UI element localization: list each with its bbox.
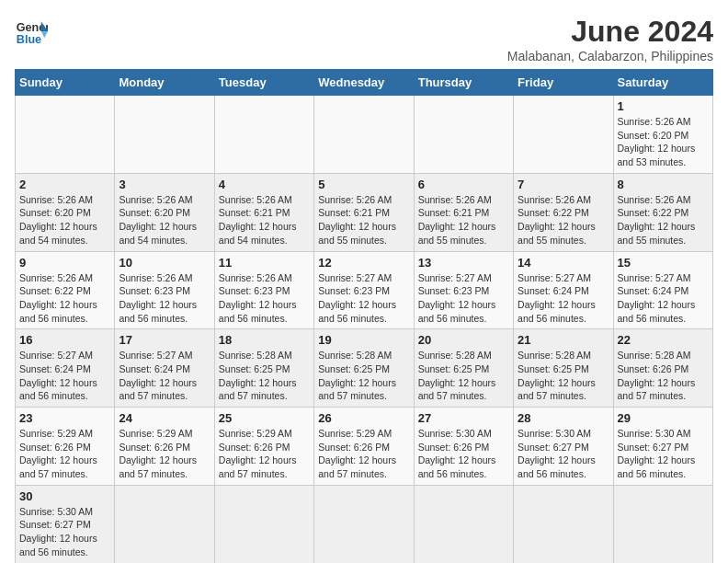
day-number: 10	[119, 256, 210, 270]
calendar-day-cell: 29Sunrise: 5:30 AM Sunset: 6:27 PM Dayli…	[613, 408, 712, 486]
calendar-day-cell: 5Sunrise: 5:26 AM Sunset: 6:21 PM Daylig…	[314, 173, 414, 251]
day-info: Sunrise: 5:27 AM Sunset: 6:24 PM Dayligh…	[119, 349, 210, 403]
calendar-header-row: Sunday Monday Tuesday Wednesday Thursday…	[16, 70, 713, 96]
day-info: Sunrise: 5:30 AM Sunset: 6:27 PM Dayligh…	[19, 505, 110, 559]
header-tuesday: Tuesday	[214, 70, 313, 96]
header-friday: Friday	[514, 70, 613, 96]
calendar-day-cell: 22Sunrise: 5:28 AM Sunset: 6:26 PM Dayli…	[613, 329, 712, 408]
day-info: Sunrise: 5:30 AM Sunset: 6:27 PM Dayligh…	[618, 427, 709, 481]
svg-text:Blue: Blue	[17, 33, 41, 46]
day-number: 5	[318, 178, 409, 191]
calendar-day-cell: 4Sunrise: 5:26 AM Sunset: 6:21 PM Daylig…	[214, 173, 313, 251]
day-number: 6	[418, 178, 509, 191]
logo: General Blue	[15, 15, 48, 48]
day-number: 26	[318, 411, 409, 425]
day-info: Sunrise: 5:30 AM Sunset: 6:27 PM Dayligh…	[518, 427, 609, 481]
calendar-day-cell: 19Sunrise: 5:28 AM Sunset: 6:25 PM Dayli…	[314, 329, 414, 408]
calendar-week-row: 16Sunrise: 5:27 AM Sunset: 6:24 PM Dayli…	[16, 329, 713, 408]
day-info: Sunrise: 5:29 AM Sunset: 6:26 PM Dayligh…	[318, 427, 409, 481]
calendar-day-cell: 15Sunrise: 5:27 AM Sunset: 6:24 PM Dayli…	[613, 251, 712, 329]
calendar-day-cell: 25Sunrise: 5:29 AM Sunset: 6:26 PM Dayli…	[214, 408, 313, 486]
day-number: 25	[219, 411, 310, 425]
day-info: Sunrise: 5:29 AM Sunset: 6:26 PM Dayligh…	[19, 427, 110, 481]
calendar-day-cell: 8Sunrise: 5:26 AM Sunset: 6:22 PM Daylig…	[613, 173, 712, 251]
day-info: Sunrise: 5:26 AM Sunset: 6:20 PM Dayligh…	[19, 193, 110, 247]
calendar-day-cell: 16Sunrise: 5:27 AM Sunset: 6:24 PM Dayli…	[16, 329, 115, 408]
day-number: 30	[19, 489, 110, 503]
calendar-day-cell: 13Sunrise: 5:27 AM Sunset: 6:23 PM Dayli…	[414, 251, 513, 329]
calendar-day-cell: 24Sunrise: 5:29 AM Sunset: 6:26 PM Dayli…	[115, 408, 214, 486]
day-number: 15	[618, 256, 709, 270]
calendar-day-cell: 23Sunrise: 5:29 AM Sunset: 6:26 PM Dayli…	[16, 408, 115, 486]
header-thursday: Thursday	[414, 70, 513, 96]
day-info: Sunrise: 5:29 AM Sunset: 6:26 PM Dayligh…	[219, 427, 310, 481]
calendar-day-cell	[414, 485, 513, 563]
calendar-day-cell	[214, 96, 313, 174]
calendar-day-cell: 20Sunrise: 5:28 AM Sunset: 6:25 PM Dayli…	[414, 329, 513, 408]
day-info: Sunrise: 5:26 AM Sunset: 6:22 PM Dayligh…	[618, 193, 709, 247]
calendar-day-cell: 28Sunrise: 5:30 AM Sunset: 6:27 PM Dayli…	[514, 408, 613, 486]
calendar-day-cell: 30Sunrise: 5:30 AM Sunset: 6:27 PM Dayli…	[16, 485, 115, 563]
calendar-day-cell: 10Sunrise: 5:26 AM Sunset: 6:23 PM Dayli…	[115, 251, 214, 329]
calendar-day-cell	[16, 96, 115, 174]
calendar-week-row: 30Sunrise: 5:30 AM Sunset: 6:27 PM Dayli…	[16, 485, 713, 563]
day-info: Sunrise: 5:26 AM Sunset: 6:20 PM Dayligh…	[119, 193, 210, 247]
day-number: 29	[618, 411, 709, 425]
calendar-day-cell	[514, 485, 613, 563]
calendar-day-cell: 7Sunrise: 5:26 AM Sunset: 6:22 PM Daylig…	[514, 173, 613, 251]
day-number: 11	[219, 256, 310, 270]
day-number: 8	[618, 178, 709, 191]
day-number: 20	[418, 333, 509, 347]
day-number: 14	[518, 256, 609, 270]
calendar-day-cell	[613, 485, 712, 563]
day-info: Sunrise: 5:28 AM Sunset: 6:25 PM Dayligh…	[219, 349, 310, 403]
day-info: Sunrise: 5:26 AM Sunset: 6:22 PM Dayligh…	[19, 271, 110, 326]
day-info: Sunrise: 5:27 AM Sunset: 6:23 PM Dayligh…	[318, 271, 409, 326]
day-info: Sunrise: 5:26 AM Sunset: 6:21 PM Dayligh…	[219, 193, 310, 247]
calendar-day-cell	[115, 485, 214, 563]
calendar-day-cell: 21Sunrise: 5:28 AM Sunset: 6:25 PM Dayli…	[514, 329, 613, 408]
calendar-day-cell: 3Sunrise: 5:26 AM Sunset: 6:20 PM Daylig…	[115, 173, 214, 251]
day-number: 24	[119, 411, 210, 425]
calendar-day-cell: 18Sunrise: 5:28 AM Sunset: 6:25 PM Dayli…	[214, 329, 313, 408]
calendar-week-row: 23Sunrise: 5:29 AM Sunset: 6:26 PM Dayli…	[16, 408, 713, 486]
day-number: 9	[19, 256, 110, 270]
day-info: Sunrise: 5:28 AM Sunset: 6:25 PM Dayligh…	[518, 349, 609, 403]
day-info: Sunrise: 5:26 AM Sunset: 6:21 PM Dayligh…	[318, 193, 409, 247]
calendar-day-cell: 9Sunrise: 5:26 AM Sunset: 6:22 PM Daylig…	[16, 251, 115, 329]
day-number: 7	[518, 178, 609, 191]
calendar-day-cell: 11Sunrise: 5:26 AM Sunset: 6:23 PM Dayli…	[214, 251, 313, 329]
calendar-day-cell: 12Sunrise: 5:27 AM Sunset: 6:23 PM Dayli…	[314, 251, 414, 329]
location-subtitle: Malabanan, Calabarzon, Philippines	[507, 49, 713, 63]
day-number: 13	[418, 256, 509, 270]
calendar-table: Sunday Monday Tuesday Wednesday Thursday…	[15, 69, 713, 563]
calendar-day-cell	[314, 485, 414, 563]
calendar-day-cell	[414, 96, 513, 174]
day-info: Sunrise: 5:30 AM Sunset: 6:26 PM Dayligh…	[418, 427, 509, 481]
day-number: 28	[518, 411, 609, 425]
day-number: 27	[418, 411, 509, 425]
day-info: Sunrise: 5:27 AM Sunset: 6:24 PM Dayligh…	[618, 271, 709, 326]
day-info: Sunrise: 5:27 AM Sunset: 6:23 PM Dayligh…	[418, 271, 509, 326]
day-info: Sunrise: 5:26 AM Sunset: 6:23 PM Dayligh…	[119, 271, 210, 326]
calendar-day-cell: 26Sunrise: 5:29 AM Sunset: 6:26 PM Dayli…	[314, 408, 414, 486]
day-number: 18	[219, 333, 310, 347]
calendar-week-row: 1Sunrise: 5:26 AM Sunset: 6:20 PM Daylig…	[16, 96, 713, 174]
header-saturday: Saturday	[613, 70, 712, 96]
day-number: 22	[618, 333, 709, 347]
day-info: Sunrise: 5:28 AM Sunset: 6:25 PM Dayligh…	[318, 349, 409, 403]
calendar-day-cell: 14Sunrise: 5:27 AM Sunset: 6:24 PM Dayli…	[514, 251, 613, 329]
day-info: Sunrise: 5:26 AM Sunset: 6:23 PM Dayligh…	[219, 271, 310, 326]
calendar-week-row: 9Sunrise: 5:26 AM Sunset: 6:22 PM Daylig…	[16, 251, 713, 329]
day-number: 19	[318, 333, 409, 347]
calendar-day-cell	[314, 96, 414, 174]
day-number: 16	[19, 333, 110, 347]
calendar-day-cell	[115, 96, 214, 174]
calendar-day-cell: 27Sunrise: 5:30 AM Sunset: 6:26 PM Dayli…	[414, 408, 513, 486]
svg-marker-3	[41, 31, 48, 38]
day-number: 23	[19, 411, 110, 425]
day-info: Sunrise: 5:26 AM Sunset: 6:20 PM Dayligh…	[618, 115, 709, 169]
day-info: Sunrise: 5:27 AM Sunset: 6:24 PM Dayligh…	[518, 271, 609, 326]
day-info: Sunrise: 5:28 AM Sunset: 6:26 PM Dayligh…	[618, 349, 709, 403]
day-info: Sunrise: 5:29 AM Sunset: 6:26 PM Dayligh…	[119, 427, 210, 481]
